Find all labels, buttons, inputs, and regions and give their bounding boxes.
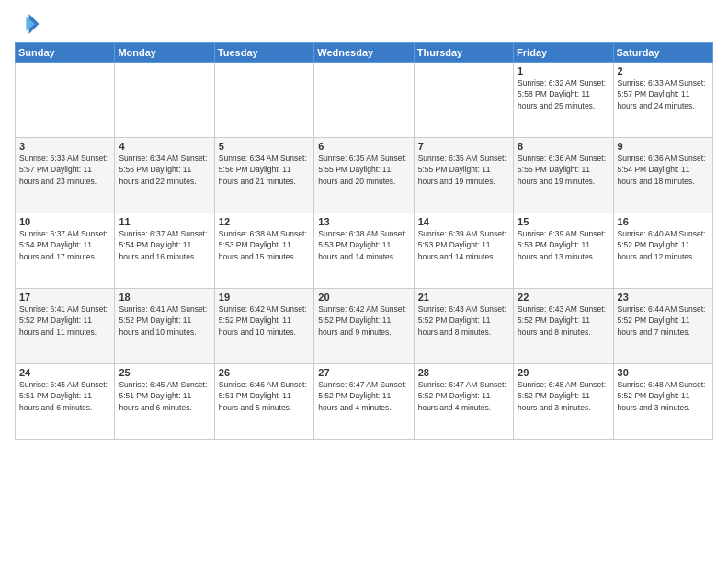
day-info: Sunrise: 6:47 AM Sunset: 5:52 PM Dayligh… [318, 379, 409, 413]
day-cell [414, 63, 513, 138]
day-number: 7 [418, 141, 509, 152]
day-info: Sunrise: 6:42 AM Sunset: 5:52 PM Dayligh… [318, 304, 409, 338]
day-number: 25 [119, 367, 210, 378]
day-cell: 30Sunrise: 6:48 AM Sunset: 5:52 PM Dayli… [613, 364, 712, 440]
day-info: Sunrise: 6:41 AM Sunset: 5:52 PM Dayligh… [19, 304, 110, 338]
day-info: Sunrise: 6:45 AM Sunset: 5:51 PM Dayligh… [119, 379, 210, 413]
day-info: Sunrise: 6:37 AM Sunset: 5:54 PM Dayligh… [19, 228, 110, 262]
day-cell: 20Sunrise: 6:42 AM Sunset: 5:52 PM Dayli… [314, 289, 414, 364]
day-cell: 29Sunrise: 6:48 AM Sunset: 5:52 PM Dayli… [514, 364, 613, 440]
day-cell: 1Sunrise: 6:32 AM Sunset: 5:58 PM Daylig… [514, 63, 613, 138]
day-number: 3 [19, 141, 110, 152]
day-cell: 5Sunrise: 6:34 AM Sunset: 5:56 PM Daylig… [214, 138, 313, 213]
day-cell: 12Sunrise: 6:38 AM Sunset: 5:53 PM Dayli… [214, 213, 313, 289]
weekday-header-tuesday: Tuesday [214, 43, 313, 63]
week-row-0: 1Sunrise: 6:32 AM Sunset: 5:58 PM Daylig… [16, 63, 713, 138]
day-cell: 27Sunrise: 6:47 AM Sunset: 5:52 PM Dayli… [314, 364, 414, 440]
day-number: 26 [219, 367, 310, 378]
calendar: SundayMondayTuesdayWednesdayThursdayFrid… [15, 42, 713, 440]
day-info: Sunrise: 6:35 AM Sunset: 5:55 PM Dayligh… [318, 153, 409, 187]
day-cell: 16Sunrise: 6:40 AM Sunset: 5:52 PM Dayli… [613, 213, 712, 289]
day-number: 27 [318, 367, 409, 378]
day-info: Sunrise: 6:38 AM Sunset: 5:53 PM Dayligh… [219, 228, 310, 262]
day-cell [16, 63, 115, 138]
day-info: Sunrise: 6:34 AM Sunset: 5:56 PM Dayligh… [119, 153, 210, 187]
day-number: 18 [119, 292, 210, 303]
day-number: 22 [518, 292, 609, 303]
day-number: 29 [518, 367, 609, 378]
day-number: 28 [418, 367, 509, 378]
day-number: 6 [318, 141, 409, 152]
day-info: Sunrise: 6:43 AM Sunset: 5:52 PM Dayligh… [518, 304, 609, 338]
day-cell: 21Sunrise: 6:43 AM Sunset: 5:52 PM Dayli… [414, 289, 513, 364]
week-row-3: 17Sunrise: 6:41 AM Sunset: 5:52 PM Dayli… [16, 289, 713, 364]
weekday-header-row: SundayMondayTuesdayWednesdayThursdayFrid… [16, 43, 713, 63]
day-number: 2 [618, 65, 709, 76]
day-cell: 14Sunrise: 6:39 AM Sunset: 5:53 PM Dayli… [414, 213, 513, 289]
day-number: 12 [219, 216, 310, 227]
day-cell: 6Sunrise: 6:35 AM Sunset: 5:55 PM Daylig… [314, 138, 414, 213]
day-info: Sunrise: 6:33 AM Sunset: 5:57 PM Dayligh… [618, 77, 709, 111]
week-row-1: 3Sunrise: 6:33 AM Sunset: 5:57 PM Daylig… [16, 138, 713, 213]
day-cell [115, 63, 214, 138]
weekday-header-monday: Monday [115, 43, 214, 63]
day-cell: 26Sunrise: 6:46 AM Sunset: 5:51 PM Dayli… [214, 364, 313, 440]
day-info: Sunrise: 6:47 AM Sunset: 5:52 PM Dayligh… [418, 379, 509, 413]
day-number: 19 [219, 292, 310, 303]
day-number: 17 [19, 292, 110, 303]
day-number: 24 [19, 367, 110, 378]
day-cell [214, 63, 313, 138]
logo [15, 11, 44, 37]
day-info: Sunrise: 6:36 AM Sunset: 5:55 PM Dayligh… [518, 153, 609, 187]
day-number: 20 [318, 292, 409, 303]
day-cell: 23Sunrise: 6:44 AM Sunset: 5:52 PM Dayli… [613, 289, 712, 364]
day-info: Sunrise: 6:39 AM Sunset: 5:53 PM Dayligh… [518, 228, 609, 262]
day-cell: 11Sunrise: 6:37 AM Sunset: 5:54 PM Dayli… [115, 213, 214, 289]
day-info: Sunrise: 6:36 AM Sunset: 5:54 PM Dayligh… [618, 153, 709, 187]
day-number: 4 [119, 141, 210, 152]
day-info: Sunrise: 6:32 AM Sunset: 5:58 PM Dayligh… [518, 77, 609, 111]
weekday-header-sunday: Sunday [16, 43, 115, 63]
day-number: 9 [618, 141, 709, 152]
day-number: 30 [618, 367, 709, 378]
weekday-header-friday: Friday [514, 43, 613, 63]
header [15, 11, 713, 37]
day-cell: 24Sunrise: 6:45 AM Sunset: 5:51 PM Dayli… [16, 364, 115, 440]
day-cell: 4Sunrise: 6:34 AM Sunset: 5:56 PM Daylig… [115, 138, 214, 213]
day-info: Sunrise: 6:42 AM Sunset: 5:52 PM Dayligh… [219, 304, 310, 338]
day-cell: 9Sunrise: 6:36 AM Sunset: 5:54 PM Daylig… [613, 138, 712, 213]
day-cell: 8Sunrise: 6:36 AM Sunset: 5:55 PM Daylig… [514, 138, 613, 213]
day-cell: 18Sunrise: 6:41 AM Sunset: 5:52 PM Dayli… [115, 289, 214, 364]
day-info: Sunrise: 6:45 AM Sunset: 5:51 PM Dayligh… [19, 379, 110, 413]
day-cell: 2Sunrise: 6:33 AM Sunset: 5:57 PM Daylig… [613, 63, 712, 138]
weekday-header-thursday: Thursday [414, 43, 513, 63]
weekday-header-wednesday: Wednesday [314, 43, 414, 63]
week-row-2: 10Sunrise: 6:37 AM Sunset: 5:54 PM Dayli… [16, 213, 713, 289]
day-info: Sunrise: 6:48 AM Sunset: 5:52 PM Dayligh… [618, 379, 709, 413]
day-number: 10 [19, 216, 110, 227]
day-info: Sunrise: 6:48 AM Sunset: 5:52 PM Dayligh… [518, 379, 609, 413]
day-cell: 3Sunrise: 6:33 AM Sunset: 5:57 PM Daylig… [16, 138, 115, 213]
day-info: Sunrise: 6:43 AM Sunset: 5:52 PM Dayligh… [418, 304, 509, 338]
day-number: 23 [618, 292, 709, 303]
day-number: 5 [219, 141, 310, 152]
day-cell: 25Sunrise: 6:45 AM Sunset: 5:51 PM Dayli… [115, 364, 214, 440]
day-info: Sunrise: 6:37 AM Sunset: 5:54 PM Dayligh… [119, 228, 210, 262]
day-info: Sunrise: 6:34 AM Sunset: 5:56 PM Dayligh… [219, 153, 310, 187]
day-cell: 19Sunrise: 6:42 AM Sunset: 5:52 PM Dayli… [214, 289, 313, 364]
day-cell [314, 63, 414, 138]
logo-icon [15, 11, 40, 37]
day-cell: 10Sunrise: 6:37 AM Sunset: 5:54 PM Dayli… [16, 213, 115, 289]
day-number: 8 [518, 141, 609, 152]
day-number: 14 [418, 216, 509, 227]
day-cell: 28Sunrise: 6:47 AM Sunset: 5:52 PM Dayli… [414, 364, 513, 440]
day-number: 1 [518, 65, 609, 76]
day-info: Sunrise: 6:39 AM Sunset: 5:53 PM Dayligh… [418, 228, 509, 262]
page: SundayMondayTuesdayWednesdayThursdayFrid… [0, 0, 728, 563]
day-cell: 17Sunrise: 6:41 AM Sunset: 5:52 PM Dayli… [16, 289, 115, 364]
day-info: Sunrise: 6:41 AM Sunset: 5:52 PM Dayligh… [119, 304, 210, 338]
day-number: 16 [618, 216, 709, 227]
day-cell: 22Sunrise: 6:43 AM Sunset: 5:52 PM Dayli… [514, 289, 613, 364]
day-cell: 7Sunrise: 6:35 AM Sunset: 5:55 PM Daylig… [414, 138, 513, 213]
day-number: 11 [119, 216, 210, 227]
